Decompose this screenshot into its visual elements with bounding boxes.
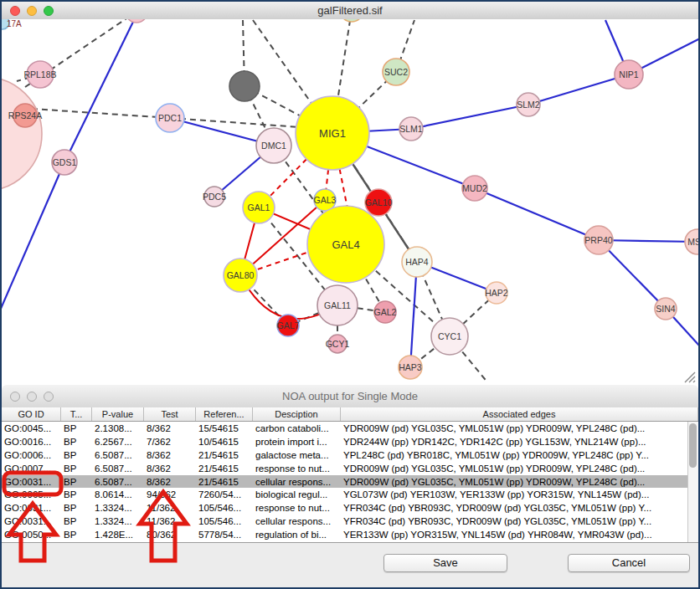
noa-table-body: GO:0045...BP2.1308...8/36215/54615carbon… — [2, 422, 698, 542]
node-label-GAL4: GAL4 — [332, 238, 359, 251]
node-label-HAP4: HAP4 — [405, 257, 429, 267]
cell-t: BP — [61, 489, 92, 499]
cell-p-value: 1.3324... — [92, 503, 144, 513]
noa-window-titlebar: NOA output for Single Mode — [2, 385, 698, 408]
table-row[interactable]: GO:0007...BP6.5087...8/36221/54615respon… — [2, 462, 698, 475]
cell-test: 11/362 — [144, 516, 196, 526]
table-row[interactable]: GO:0045...BP2.1308...8/36215/54615carbon… — [2, 422, 698, 435]
table-row[interactable]: GO:0031...BP1.3324...11/362105/546...res… — [2, 501, 698, 515]
network-window-titlebar: galFiltered.sif — [2, 2, 698, 20]
cell-t: BP — [61, 423, 92, 433]
cell-go-id: GO:0007... — [2, 464, 61, 474]
node-label-GAL2: GAL2 — [374, 307, 397, 317]
cell-test: 8/362 — [144, 477, 196, 487]
cell-referen: 15/54615 — [196, 423, 253, 433]
node-label-GDS1: GDS1 — [53, 157, 77, 167]
node-label-NIP1: NIP1 — [619, 69, 639, 79]
node-label-GAL3: GAL3 — [314, 195, 337, 205]
column-header-p-value[interactable]: P-value — [92, 407, 144, 421]
cell-go-id: GO:0050... — [2, 530, 61, 540]
node-label-PDC1: PDC1 — [158, 113, 182, 123]
node-label-PDC5: PDC5 — [203, 192, 226, 202]
cell-referen: 21/54615 — [196, 450, 253, 460]
cell-test: 11/362 — [144, 503, 196, 513]
cell-associated-edges: YDR009W (pd) YGL035C, YML051W (pp) YDR00… — [341, 423, 698, 433]
column-header-desciption[interactable]: Desciption — [253, 407, 341, 421]
edge-offscreen-PDC1[interactable] — [32, 109, 170, 118]
node-top-pink[interactable] — [126, 19, 147, 23]
cell-p-value: 1.3324... — [92, 516, 144, 526]
cell-t: BP — [61, 477, 92, 487]
node-top-green[interactable] — [340, 19, 363, 22]
cell-desciption: cellular respons... — [253, 516, 341, 526]
node-label-SUC2: SUC2 — [384, 67, 408, 77]
cell-go-id: GO:0031... — [2, 477, 61, 487]
table-scrollbar[interactable] — [687, 422, 698, 542]
cell-p-value: 6.5087... — [92, 450, 144, 460]
node-label-HAP2: HAP2 — [485, 288, 508, 298]
node-label-RPL18B: RPL18B — [23, 69, 56, 79]
cell-referen: 21/54615 — [196, 464, 253, 474]
node-label-fragment: 17A — [7, 19, 22, 28]
minimize-button[interactable] — [27, 392, 37, 402]
cell-associated-edges: YDR009W (pd) YGL035C, YML051W (pp) YDR00… — [341, 464, 698, 474]
node-label-HAP3: HAP3 — [399, 362, 422, 372]
cell-p-value: 6.5087... — [92, 477, 144, 487]
cell-desciption: cellular respons... — [253, 477, 341, 487]
cell-test: 8/362 — [144, 464, 196, 474]
table-row[interactable]: GO:0006...BP6.5087...8/36221/54615galact… — [2, 448, 698, 462]
cell-associated-edges: YER133W (pp) YOR315W, YNL145W (pd) YHR08… — [341, 530, 698, 540]
edge-SLM1-SLM2[interactable] — [411, 105, 528, 129]
network-graph-svg: RPL18BRPS24AGDS1PDC1DMC1MIG1SUC2SLM1SLM2… — [2, 19, 698, 382]
zoom-button[interactable] — [44, 6, 54, 16]
column-header-associated-edges[interactable]: Associated edges — [341, 407, 698, 421]
scrollbar-thumb[interactable] — [689, 423, 697, 468]
cell-go-id: GO:0031... — [2, 516, 61, 526]
table-row[interactable]: GO:0016...BP6.2567...7/36210/54615protei… — [2, 435, 698, 448]
column-header-test[interactable]: Test — [144, 407, 196, 421]
cell-desciption: regulation of bi... — [253, 530, 341, 540]
cell-associated-edges: YPL248C (pd) YBR018C, YML051W (pp) YDR00… — [341, 450, 698, 460]
edge-HAP4-HAP3[interactable] — [410, 262, 417, 367]
node-label-PRP40: PRP40 — [584, 235, 612, 245]
edge-SLM2-NIP1[interactable] — [528, 74, 629, 105]
minimize-button[interactable] — [27, 6, 37, 16]
cell-desciption: biological regul... — [253, 489, 341, 499]
node-label-MIG1: MIG1 — [319, 127, 346, 140]
table-row-selected[interactable]: GO:0031...BP6.5087...8/36221/54615cellul… — [2, 475, 698, 489]
table-row[interactable]: GO:0065...BP8.0614...94/3627260/54...bio… — [2, 488, 698, 501]
table-row[interactable]: GO:0050...BP1.428E...80/3625778/54...reg… — [2, 528, 698, 541]
network-window-title: galFiltered.sif — [2, 4, 698, 17]
node-gray-node[interactable] — [229, 71, 260, 101]
network-canvas[interactable]: RPL18BRPS24AGDS1PDC1DMC1MIG1SUC2SLM1SLM2… — [2, 19, 698, 387]
zoom-button[interactable] — [44, 392, 54, 402]
cell-t: BP — [61, 464, 92, 474]
node-big-left[interactable] — [2, 77, 42, 191]
column-header-t[interactable]: T... — [61, 407, 92, 421]
node-label-DMC1: DMC1 — [261, 141, 286, 151]
cell-desciption: protein import i... — [253, 437, 341, 447]
node-label-GAL11: GAL11 — [324, 300, 351, 310]
cell-t: BP — [61, 516, 92, 526]
resize-grip-icon[interactable] — [683, 371, 697, 383]
edge-MUD2-PRP40[interactable] — [475, 188, 599, 240]
node-label-SIN4: SIN4 — [656, 304, 676, 314]
cell-associated-edges: YGL073W (pd) YER103W, YER133W (pp) YOR31… — [341, 489, 698, 499]
save-button[interactable]: Save — [383, 554, 507, 572]
cell-desciption: carbon cataboli... — [253, 423, 341, 433]
close-button[interactable] — [10, 392, 20, 402]
cell-t: BP — [61, 530, 92, 540]
close-button[interactable] — [10, 6, 20, 16]
node-label-GCY1: GCY1 — [326, 339, 350, 349]
cell-test: 7/362 — [144, 437, 196, 447]
column-header-referen[interactable]: Referen... — [196, 407, 253, 421]
cell-associated-edges: YFR034C (pd) YBR093C, YDR009W (pd) YGL03… — [341, 516, 698, 526]
node-label-MUD2: MUD2 — [462, 183, 487, 193]
app-frame: galFiltered.sif RPL18BRPS24AGDS1PDC1DMC1… — [0, 0, 700, 589]
edge-offscreen-GDS1[interactable] — [64, 20, 134, 162]
table-row[interactable]: GO:0031...BP1.3324...11/362105/546...cel… — [2, 515, 698, 528]
column-header-go-id[interactable]: GO ID — [2, 407, 61, 421]
node-label-SLM2: SLM2 — [517, 100, 540, 110]
node-label-GAL80: GAL80 — [227, 270, 255, 280]
cancel-button[interactable]: Cancel — [568, 554, 690, 572]
